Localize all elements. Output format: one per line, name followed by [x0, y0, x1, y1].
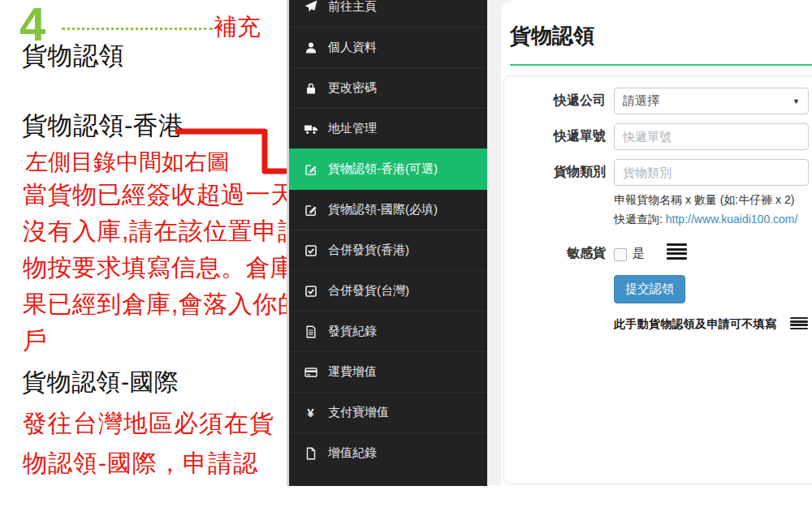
- annotation-hk-paragraph: 當貨物已經簽收超過一天還沒有入庫,請在該位置申請貨物按要求填寫信息。倉庫如果已經…: [23, 176, 327, 359]
- sensitive-checkbox[interactable]: [614, 248, 627, 261]
- tracking-query-prefix: 快遞查詢:: [614, 213, 666, 226]
- sidebar-item[interactable]: 合併發貨(香港): [289, 230, 487, 270]
- sidebar-item[interactable]: 運費增值: [289, 351, 487, 392]
- annotation-heading: 貨物認領: [22, 41, 124, 71]
- category-input[interactable]: [614, 159, 809, 186]
- content-card: 貨物認領 快遞公司 請選擇 ▼ 快遞單號 貨物類別 申報貨物名稱 x 數量 (如…: [501, 0, 812, 485]
- lock-icon: [304, 81, 317, 95]
- truck-icon: [304, 122, 317, 135]
- manual-claim-note: 此手動貨物認領及申請可不填寫: [614, 317, 776, 332]
- sidebar-item[interactable]: 前往主頁: [289, 0, 487, 27]
- courier-label: 快遞公司: [504, 92, 606, 109]
- tracking-input[interactable]: [614, 123, 809, 150]
- sidebar-item[interactable]: 合併發貨(台灣): [289, 270, 487, 311]
- kuaidi100-link[interactable]: http://www.kuaidi100.com/: [666, 213, 798, 226]
- sidebar-menu: 前往主頁 個人資料 更改密碼 地址管理 貨物認領-香港(可選) 貨物認領-國際(…: [289, 0, 487, 486]
- credit-card-icon: [304, 365, 317, 379]
- paper-plane-icon: [304, 0, 317, 14]
- courier-select-value: 請選擇: [623, 93, 659, 109]
- annotation-hk-heading: 貨物認領-香港: [22, 111, 184, 140]
- file-text-icon: [304, 325, 317, 338]
- tracking-label: 快遞單號: [504, 128, 606, 144]
- claim-form-panel: 快遞公司 請選擇 ▼ 快遞單號 貨物類別 申報貨物名稱 x 數量 (如:牛仔褲 …: [503, 75, 812, 484]
- tracking-query-help: 快遞查詢: http://www.kuaidi100.com/: [614, 212, 797, 226]
- yen-icon: ¥: [304, 406, 317, 419]
- sensitive-label: 敏感貨: [504, 245, 606, 261]
- sidebar-item[interactable]: 個人資料: [289, 27, 487, 67]
- sidebar-item[interactable]: 增值紀錄: [289, 432, 487, 473]
- annotation-intl-heading: 貨物認領-國際: [22, 368, 179, 397]
- check-square-icon: [304, 243, 317, 257]
- list-icon-small[interactable]: [790, 317, 808, 329]
- edit-icon: [304, 162, 317, 176]
- edit-icon: [304, 203, 317, 217]
- sidebar-item[interactable]: 發貨紀錄: [289, 311, 487, 351]
- file-icon: [304, 446, 317, 460]
- sidebar-item[interactable]: 貨物認領-國際(必填): [289, 189, 487, 230]
- sensitive-checkbox-label: 是: [633, 246, 645, 261]
- sidebar-item[interactable]: 更改密碼: [289, 67, 487, 108]
- page-title: 貨物認領: [510, 22, 594, 50]
- annotation-hk-note: 左側目錄中間如右圖: [25, 149, 230, 175]
- dotted-connector-line: [62, 28, 213, 30]
- user-icon: [304, 41, 317, 54]
- sidebar-item[interactable]: ¥ 支付寶增值: [289, 392, 487, 432]
- category-label: 貨物類別: [504, 164, 606, 180]
- title-underline: [510, 64, 812, 66]
- courier-select[interactable]: 請選擇 ▼: [614, 88, 809, 114]
- sidebar-item[interactable]: 地址管理: [289, 108, 487, 148]
- category-help-text: 申報貨物名稱 x 數量 (如:牛仔褲 x 2): [614, 192, 794, 207]
- check-square-icon: [304, 284, 317, 298]
- submit-claim-button[interactable]: 提交認領: [614, 275, 685, 303]
- annotation-intl-paragraph: 發往台灣地區必須在貨物認領-國際，申請認: [23, 403, 274, 483]
- list-icon[interactable]: [667, 243, 687, 260]
- content-background: 貨物認領 快遞公司 請選擇 ▼ 快遞單號 貨物類別 申報貨物名稱 x 數量 (如…: [487, 0, 812, 485]
- sidebar-item[interactable]: 貨物認領-香港(可選): [289, 148, 487, 189]
- chevron-down-icon: ▼: [793, 97, 800, 105]
- callout-label: 補充: [214, 14, 261, 40]
